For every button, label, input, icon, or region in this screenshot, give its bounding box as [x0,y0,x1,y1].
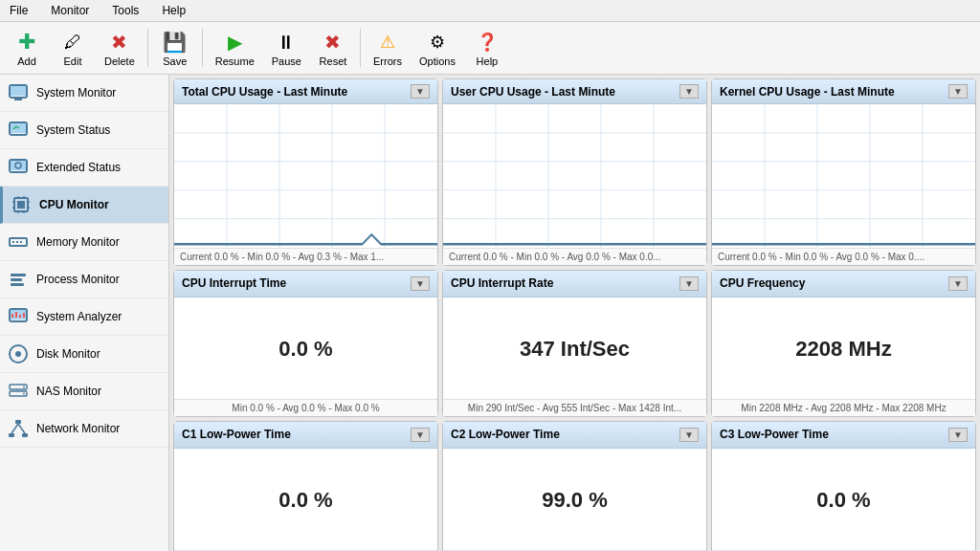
stat-panel-cpu-interrupt-rate-footer: Min 290 Int/Sec - Avg 555 Int/Sec - Max … [443,399,706,416]
delete-label: Delete [104,55,135,67]
reset-icon: ✖ [320,29,346,55]
toolbar-separator-3 [360,29,361,67]
toolbar: ✚ Add 🖊 Edit ✖ Delete 💾 Save ▶ Resume ⏸ … [0,22,980,75]
menu-help[interactable]: Help [156,2,191,19]
stat-panel-cpu-interrupt-time-value: 0.0 % [174,298,437,399]
sidebar-label-memory-monitor: Memory Monitor [36,235,120,249]
toolbar-separator-1 [147,29,148,67]
svg-point-38 [23,393,25,395]
edit-label: Edit [64,55,82,67]
extended-status-icon [8,157,29,178]
stat-panel-c3-low-power: C3 Low-Power Time ▼ 0.0 % Min 0.0 % - Av… [711,421,976,551]
edit-icon: 🖊 [59,29,86,55]
network-monitor-icon [8,418,29,439]
stat-panel-c1-low-power-dropdown[interactable]: ▼ [411,428,430,442]
chart-panel-user-cpu-title: User CPU Usage - Last Minute [451,85,615,99]
stat-panel-cpu-interrupt-rate-dropdown[interactable]: ▼ [679,276,699,291]
menu-tools[interactable]: Tools [106,2,145,19]
sidebar-item-system-monitor[interactable]: System Monitor [0,75,168,112]
options-icon: ⚙ [424,29,451,55]
stat-panel-c2-low-power-header: C2 Low-Power Time ▼ [443,422,706,449]
stat-panel-c2-low-power-dropdown[interactable]: ▼ [679,428,699,442]
stat-panel-cpu-frequency-title: CPU Frequency [720,276,805,290]
menu-monitor[interactable]: Monitor [45,2,95,19]
main-layout: System Monitor System Status Extended St… [0,75,980,551]
sidebar-item-disk-monitor[interactable]: Disk Monitor [0,336,168,373]
chart-panel-total-cpu-title: Total CPU Usage - Last Minute [182,85,347,99]
sidebar-label-system-monitor: System Monitor [36,86,116,99]
stat-panel-cpu-interrupt-time-dropdown[interactable]: ▼ [411,276,430,291]
sidebar-label-process-monitor: Process Monitor [36,273,120,286]
chart-panel-user-cpu-chart [443,104,706,248]
svg-line-43 [18,424,25,433]
save-icon: 💾 [162,29,189,55]
sidebar-label-extended-status: Extended Status [36,161,121,174]
sidebar-item-process-monitor[interactable]: Process Monitor [0,261,168,298]
sidebar-label-cpu-monitor: CPU Monitor [39,198,109,211]
sidebar-label-nas-monitor: NAS Monitor [36,385,101,398]
chart-panel-total-cpu-dropdown[interactable]: ▼ [411,84,430,99]
content-area: Total CPU Usage - Last Minute ▼ [169,75,980,551]
sidebar-item-extended-status[interactable]: Extended Status [0,149,168,187]
stat-panel-cpu-interrupt-time: CPU Interrupt Time ▼ 0.0 % Min 0.0 % - A… [173,270,438,417]
options-button[interactable]: ⚙ Options [412,26,462,70]
help-button[interactable]: ❓ Help [466,26,508,70]
chart-panel-kernel-cpu-dropdown[interactable]: ▼ [948,84,968,99]
sidebar-item-system-analyzer[interactable]: System Analyzer [0,298,168,336]
sidebar-item-cpu-monitor[interactable]: CPU Monitor [0,187,168,224]
sidebar-item-network-monitor[interactable]: Network Monitor [0,410,168,448]
sidebar-label-disk-monitor: Disk Monitor [36,347,100,361]
chart-panel-kernel-cpu: Kernel CPU Usage - Last Minute ▼ Current… [711,78,976,266]
stat-panel-cpu-frequency-dropdown[interactable]: ▼ [948,276,968,291]
reset-label: Reset [320,55,347,67]
chart-panel-user-cpu-dropdown[interactable]: ▼ [679,84,699,99]
save-button[interactable]: 💾 Save [154,26,196,70]
errors-button[interactable]: ⚠ Errors [367,26,409,70]
sidebar-label-network-monitor: Network Monitor [36,422,120,435]
memory-monitor-icon [8,231,29,253]
svg-rect-26 [11,283,24,286]
sidebar-label-system-analyzer: System Analyzer [36,310,122,323]
sidebar-item-system-status[interactable]: System Status [0,112,168,149]
stat-panel-cpu-interrupt-time-header: CPU Interrupt Time ▼ [174,271,437,298]
chart-panel-kernel-cpu-chart [712,104,975,248]
stat-panel-cpu-interrupt-rate: CPU Interrupt Rate ▼ 347 Int/Sec Min 290… [442,270,707,417]
delete-icon: ✖ [106,29,133,55]
stat-panel-cpu-interrupt-rate-title: CPU Interrupt Rate [451,276,553,290]
toolbar-separator-2 [202,29,203,67]
svg-point-34 [15,351,21,357]
svg-rect-22 [16,241,18,243]
sidebar-label-system-status: System Status [36,123,110,137]
chart-panel-total-cpu-chart [174,104,437,248]
menu-bar: File Monitor Tools Help [0,0,980,22]
chart-panel-total-cpu-header: Total CPU Usage - Last Minute ▼ [174,79,437,104]
menu-file[interactable]: File [4,2,33,19]
stat-panel-cpu-frequency-header: CPU Frequency ▼ [712,271,975,298]
chart-panel-user-cpu-header: User CPU Usage - Last Minute ▼ [443,79,706,104]
stat-panel-cpu-frequency: CPU Frequency ▼ 2208 MHz Min 2208 MHz - … [711,270,976,417]
add-icon: ✚ [13,29,40,55]
add-button[interactable]: ✚ Add [6,26,48,70]
process-monitor-icon [8,269,29,290]
stat-panel-c1-low-power-header: C1 Low-Power Time ▼ [174,422,437,449]
stat-panel-cpu-frequency-footer: Min 2208 MHz - Avg 2208 MHz - Max 2208 M… [712,399,975,416]
svg-rect-2 [11,86,26,96]
errors-icon: ⚠ [374,29,401,55]
chart-panel-kernel-cpu-footer: Current 0.0 % - Min 0.0 % - Avg 0.0 % - … [712,248,975,265]
stat-panel-c3-low-power-dropdown[interactable]: ▼ [948,428,968,442]
system-status-icon [8,120,29,141]
delete-button[interactable]: ✖ Delete [98,26,142,70]
reset-button[interactable]: ✖ Reset [312,26,354,70]
svg-rect-40 [9,433,14,437]
svg-rect-11 [17,201,25,209]
svg-rect-1 [14,99,22,100]
resume-button[interactable]: ▶ Resume [209,26,261,70]
edit-button[interactable]: 🖊 Edit [52,26,94,70]
stat-panel-c1-low-power-value: 0.0 % [174,449,437,550]
help-icon: ❓ [474,29,501,55]
stat-panel-cpu-interrupt-rate-header: CPU Interrupt Rate ▼ [443,271,706,298]
sidebar-item-nas-monitor[interactable]: NAS Monitor [0,373,168,410]
pause-button[interactable]: ⏸ Pause [265,26,308,70]
nas-monitor-icon [8,381,29,402]
sidebar-item-memory-monitor[interactable]: Memory Monitor [0,224,168,261]
